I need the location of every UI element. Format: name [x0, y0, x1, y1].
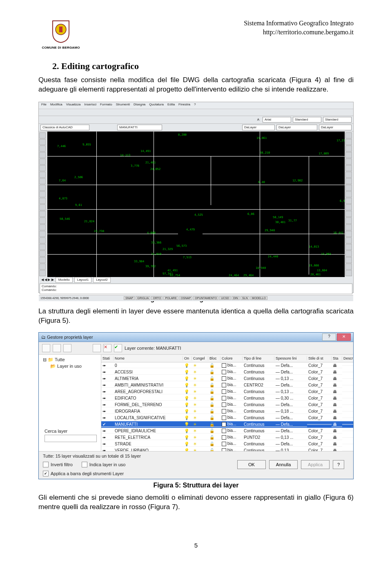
close-icon[interactable]: ✕	[337, 333, 351, 341]
cad-tool-icon[interactable]	[345, 145, 352, 152]
table-row[interactable]: ✔MANUFATTI💡☀🔓 bia...Continuous— Defa...🖶	[101, 421, 353, 428]
menu-modifica[interactable]: Modifica	[50, 103, 62, 108]
status-ucsd[interactable]: UCSD	[219, 296, 231, 300]
cad-tool-icon[interactable]	[345, 159, 352, 165]
cad-tool-icon[interactable]	[345, 172, 352, 178]
cad-layer-combo[interactable]: MANUFATTI	[117, 125, 162, 130]
lp-states-icon[interactable]	[63, 344, 71, 352]
ok-button[interactable]: OK	[237, 460, 266, 469]
lp-table[interactable]: StatiNomeOnCongelBlocColoreTipo di lineS…	[101, 355, 353, 451]
cad-tool-icon[interactable]	[39, 231, 46, 237]
status-snap[interactable]: SNAP	[124, 296, 135, 300]
menu-strumenti[interactable]: Strumenti	[116, 103, 130, 108]
cad-tool-icon[interactable]	[345, 132, 352, 139]
status-orto[interactable]: ORTO	[151, 296, 163, 300]
table-row[interactable]: ➠EDIFICATO💡☀🔓 bia...Continuous— 0,30 ...…	[101, 395, 353, 402]
status-polare[interactable]: POLARE	[163, 296, 178, 300]
table-row[interactable]: ➠LOCALITA_SIGNIFICATIVE💡☀🔓 bia...Continu…	[101, 415, 353, 421]
cad-tool-icon[interactable]	[39, 178, 46, 184]
cad-tool-icon[interactable]	[345, 165, 352, 171]
cad-style-combo-1[interactable]: Standard	[293, 117, 321, 123]
cad-tool-icon[interactable]	[39, 204, 46, 210]
lp-new-layer-icon[interactable]	[93, 344, 101, 352]
lp-col-header[interactable]: Tipo di line	[243, 356, 274, 360]
help-icon[interactable]: ?	[322, 333, 336, 341]
menu-edita[interactable]: Edita	[167, 103, 175, 108]
cad-tool-icon[interactable]	[39, 244, 46, 250]
apply-button[interactable]: Applica	[301, 460, 330, 469]
table-row[interactable]: ➠FORME_DEL_TERRENO💡☀🔓 bia...Continuous— …	[101, 402, 353, 408]
cad-style-combo-2[interactable]: Standard	[323, 117, 352, 123]
table-row[interactable]: ➠VERDE_URBANO💡☀🔓 bia...Continuous— 0,13 …	[101, 447, 353, 451]
cad-tool-icon[interactable]	[345, 257, 352, 263]
cad-tool-icon[interactable]	[345, 224, 352, 230]
lp-find-input[interactable]	[45, 435, 97, 442]
lp-col-header[interactable]: Bloc	[208, 356, 220, 360]
cad-font-combo[interactable]: Arial	[263, 117, 291, 123]
cad-tool-icon[interactable]	[39, 185, 46, 191]
cad-tool-icon[interactable]	[39, 172, 46, 178]
cancel-button[interactable]: Annulla	[269, 460, 298, 469]
cad-tool-icon[interactable]	[39, 250, 46, 257]
cad-left-toolbar[interactable]	[39, 132, 47, 277]
cad-command-window[interactable]: Comando: Comando:	[40, 284, 352, 294]
lp-col-header[interactable]: Stile di st	[307, 356, 332, 360]
status-opuntamento[interactable]: OPUNTAMENTO	[193, 296, 218, 300]
cad-tool-icon[interactable]	[39, 132, 46, 139]
table-row[interactable]: ➠RETE_ELETTRICA💡☀🔓 bia...PUNTO2— 0,13 ..…	[101, 434, 353, 441]
cad-tool-icon[interactable]	[39, 139, 46, 145]
lp-tree[interactable]: ⊟ 📁 Tutte 📂 Layer in uso Cerca layer	[39, 355, 101, 451]
cad-tool-icon[interactable]	[345, 264, 352, 270]
cad-tool-icon[interactable]	[345, 198, 352, 204]
cad-tool-icon[interactable]	[345, 204, 352, 210]
lp-col-header[interactable]: Stati	[101, 356, 114, 360]
status-din[interactable]: DIN	[232, 296, 240, 300]
cad-tool-icon[interactable]	[345, 231, 352, 237]
cad-tool-icon[interactable]	[39, 211, 46, 217]
cad-tool-icon[interactable]	[39, 264, 46, 270]
table-row[interactable]: ➠ACCESSI💡☀🔓 bia...Continuous— Defa...Col…	[101, 369, 353, 375]
cad-tool-icon[interactable]	[39, 237, 46, 244]
status-sln[interactable]: SLN	[241, 296, 249, 300]
lp-col-header[interactable]: Descrizione	[342, 356, 353, 360]
lp-new-filter-icon[interactable]	[42, 344, 50, 352]
cad-tool-icon[interactable]	[345, 211, 352, 217]
table-row[interactable]: ➠0💡☀🔓 bia...Continuous— Defa...Color_7🖶	[101, 362, 353, 369]
cad-colorbylayer-combo[interactable]: DaLayer	[242, 125, 275, 130]
lp-col-header[interactable]: Spessore lini	[274, 356, 307, 360]
lp-set-current-icon[interactable]: ✔	[114, 344, 122, 352]
cad-tool-icon[interactable]	[39, 165, 46, 171]
cad-tool-icon[interactable]	[39, 217, 46, 224]
status-modello[interactable]: MODELLO	[250, 296, 267, 300]
cad-tool-icon[interactable]	[345, 250, 352, 257]
cad-tool-icon[interactable]	[345, 178, 352, 184]
menu-quotatura[interactable]: Quotatura	[149, 103, 164, 108]
cad-tool-icon[interactable]	[39, 257, 46, 263]
cad-tool-icon[interactable]	[39, 152, 46, 158]
lp-col-header[interactable]: Congel	[192, 356, 208, 360]
cad-layerset-combo[interactable]: Classica di AutoCAD	[40, 125, 89, 130]
menu-finestra[interactable]: Finestra	[178, 103, 190, 108]
cad-tool-icon[interactable]	[345, 270, 352, 276]
status-osnap[interactable]: OSNAP	[179, 296, 193, 300]
table-row[interactable]: ➠AMBITI_AMMINISTRATIVI💡☀🔓 bia...CENTRO2—…	[101, 382, 353, 389]
cad-tool-icon[interactable]	[345, 217, 352, 224]
lp-toolbar[interactable]: ✕ ✔ Layer corrente: MANUFATTI	[39, 342, 353, 354]
cad-tool-icon[interactable]	[39, 198, 46, 204]
cb-layers-in-use[interactable]: Indica layer in uso	[82, 462, 126, 467]
cad-tool-icon[interactable]	[345, 139, 352, 145]
cad-ltbylayer-combo[interactable]: DaLayer	[276, 125, 317, 130]
cad-canvas[interactable]: 8,28015,86117,2109,05517,8097,44630,2101…	[47, 132, 345, 277]
cad-tool-icon[interactable]	[345, 244, 352, 250]
cad-tool-icon[interactable]	[39, 145, 46, 152]
lp-delete-layer-icon[interactable]: ✕	[103, 344, 111, 352]
lp-col-header[interactable]: Sta	[332, 356, 342, 360]
lp-col-header[interactable]: On	[183, 356, 192, 360]
table-row[interactable]: ➠IDROGRAFIA💡☀🔓 bia...Continuous— 0,18 ..…	[101, 408, 353, 415]
cad-lwbylayer-combo[interactable]: DaLayer	[319, 125, 352, 130]
cb-apply-to-toolbar[interactable]: ✔Applica a barra degli strumenti Layer	[43, 471, 124, 476]
cad-menubar[interactable]: FileModificaVisualizzaInserisciFormatoSt…	[39, 102, 353, 109]
menu-?[interactable]: ?	[194, 103, 196, 108]
table-row[interactable]: ➠AREE_AGROFORESTALI💡☀🔓 bia...Continuous—…	[101, 389, 353, 395]
help-button[interactable]: ?	[333, 460, 344, 469]
